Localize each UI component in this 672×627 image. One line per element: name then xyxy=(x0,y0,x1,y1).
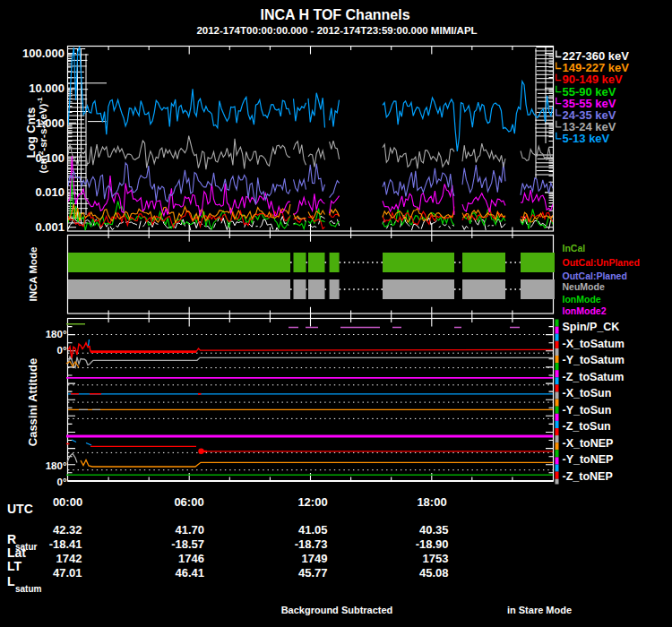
svg-text:00:00: 00:00 xyxy=(53,495,82,509)
svg-text:NeuMode: NeuMode xyxy=(563,281,605,292)
svg-text:-18.41: -18.41 xyxy=(49,537,82,551)
svg-text:10.000: 10.000 xyxy=(29,82,65,95)
svg-text:InCal: InCal xyxy=(563,243,586,253)
svg-text:-X_toNEP: -X_toNEP xyxy=(563,437,614,450)
svg-text:-Z_toSun: -Z_toSun xyxy=(563,420,611,433)
svg-text:IonMode: IonMode xyxy=(563,294,601,305)
svg-text:OutCal:UnPlaned: OutCal:UnPlaned xyxy=(563,257,640,268)
svg-text:180°: 180° xyxy=(46,329,67,339)
svg-text:-X_toSatum: -X_toSatum xyxy=(563,338,625,350)
svg-text:41.70: 41.70 xyxy=(175,523,204,537)
svg-text:Log Cnts: Log Cnts xyxy=(24,107,38,158)
svg-text:Spin/P_CK: Spin/P_CK xyxy=(563,321,620,333)
svg-text:IonMode2: IonMode2 xyxy=(563,305,607,316)
svg-text:45.08: 45.08 xyxy=(419,566,449,580)
svg-text:40.35: 40.35 xyxy=(419,523,449,537)
svg-text:2012-174T00:00:00.000 - 2012-1: 2012-174T00:00:00.000 - 2012-174T23:59:0… xyxy=(196,25,477,36)
svg-text:0.010: 0.010 xyxy=(35,185,65,199)
svg-text:LT: LT xyxy=(7,559,22,573)
svg-text:satum: satum xyxy=(15,584,42,594)
svg-text:0°: 0° xyxy=(57,477,67,487)
svg-text:12:00: 12:00 xyxy=(297,495,327,509)
svg-text:L: L xyxy=(7,574,15,588)
svg-text:-Z_toSatum: -Z_toSatum xyxy=(563,371,625,383)
svg-text:Lat: Lat xyxy=(7,545,26,560)
svg-text:45.77: 45.77 xyxy=(298,566,328,580)
svg-text:41.05: 41.05 xyxy=(298,523,328,537)
svg-text:1749: 1749 xyxy=(302,552,328,565)
svg-text:-Y_toSatum: -Y_toSatum xyxy=(563,354,625,366)
svg-text:INCA H TOF Channels: INCA H TOF Channels xyxy=(260,7,409,22)
svg-text:47.01: 47.01 xyxy=(53,566,82,580)
svg-text:-Y_toNEP: -Y_toNEP xyxy=(563,453,614,466)
svg-text:1742: 1742 xyxy=(56,552,82,565)
svg-text:42.32: 42.32 xyxy=(53,523,82,537)
svg-text:1746: 1746 xyxy=(178,552,204,565)
svg-text:OutCal:Planed: OutCal:Planed xyxy=(563,271,627,281)
svg-text:-X_toSun: -X_toSun xyxy=(563,387,612,399)
svg-text:180°: 180° xyxy=(46,460,67,471)
svg-text:-18.90: -18.90 xyxy=(416,537,449,551)
svg-text:Cassini Attitude: Cassini Attitude xyxy=(26,358,39,446)
svg-text:UTC: UTC xyxy=(7,502,33,516)
svg-text:-Z_toNEP: -Z_toNEP xyxy=(563,470,613,483)
svg-text:100.000: 100.000 xyxy=(22,47,65,60)
svg-text:(cm2-sr-s-keV)-1: (cm2-sr-s-keV)-1 xyxy=(36,97,48,174)
svg-text:in Stare Mode: in Stare Mode xyxy=(507,605,572,615)
svg-text:18:00: 18:00 xyxy=(417,495,446,509)
svg-text:INCA Mode: INCA Mode xyxy=(28,247,39,302)
svg-text:0°: 0° xyxy=(57,345,67,356)
svg-text:Background Subtracted: Background Subtracted xyxy=(281,605,393,615)
svg-text:46.41: 46.41 xyxy=(175,566,204,580)
svg-text:-18.57: -18.57 xyxy=(171,537,204,551)
svg-text:-Y_toSun: -Y_toSun xyxy=(563,404,612,417)
svg-text:-18.73: -18.73 xyxy=(295,537,328,551)
svg-text:0.001: 0.001 xyxy=(35,220,65,234)
svg-text:06:00: 06:00 xyxy=(174,495,203,509)
svg-text:5-13 keV: 5-13 keV xyxy=(563,132,610,145)
svg-text:1753: 1753 xyxy=(423,552,449,565)
